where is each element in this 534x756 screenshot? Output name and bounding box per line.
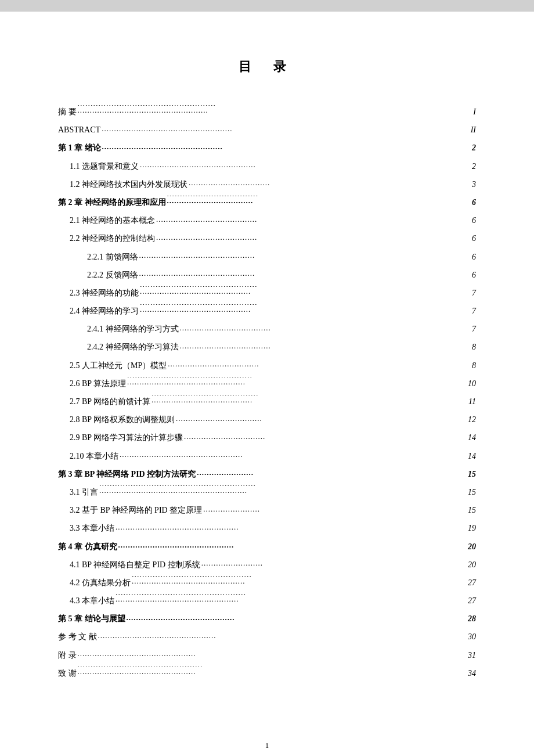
toc-page: 7 xyxy=(472,286,476,300)
toc-page: 15 xyxy=(468,503,476,517)
page: 目 录 摘 要·································… xyxy=(0,12,534,756)
toc-entry-ch2-2-2: 2.2.2 反馈网络······························… xyxy=(58,268,476,282)
toc-label: 2.3 神经网络的功能 xyxy=(70,286,139,300)
toc-dots: ········································… xyxy=(116,522,467,531)
toc-entry-abstract-en: ABSTRACT································… xyxy=(58,123,476,137)
toc-dots: ········································… xyxy=(98,631,467,640)
toc-label: 第 2 章 神经网络的原理和应用 xyxy=(58,195,166,210)
toc-dots: ····································· xyxy=(180,323,471,332)
toc-page: 6 xyxy=(472,213,476,228)
toc-label: ABSTRACT xyxy=(58,123,100,137)
toc-entry-ch5: 第 5 章 结论与展望·····························… xyxy=(58,611,476,626)
toc-dots: ········································… xyxy=(151,395,467,404)
page-footer: 1 xyxy=(0,741,534,750)
toc-entry-ch4-3: 4.3 本章小结································… xyxy=(58,593,476,608)
toc-entry-ch4-2: 4.2 仿真结果分析······························… xyxy=(58,575,476,590)
toc-entry-ch2: 第 2 章 神经网络的原理和应用························… xyxy=(58,195,476,210)
toc-label: 3.1 引言 xyxy=(70,485,98,499)
toc-dots: ········································… xyxy=(132,576,467,585)
toc-dots: ········································… xyxy=(102,142,471,151)
toc-page: 12 xyxy=(468,412,476,427)
toc-dots: ········································… xyxy=(99,485,467,495)
toc-dots: ········································… xyxy=(139,250,471,260)
toc-page: 2 xyxy=(472,159,476,174)
toc-entry-ch2-8: 2.8 BP 网络权系数的调整规则·······················… xyxy=(58,412,476,427)
toc-page: 8 xyxy=(472,340,476,354)
toc-label: 2.8 BP 网络权系数的调整规则 xyxy=(70,412,175,427)
toc-page: 11 xyxy=(468,394,476,409)
toc-page: 6 xyxy=(472,268,476,282)
toc-page: 30 xyxy=(468,629,476,644)
toc-dots: ········································… xyxy=(140,286,471,296)
toc-dots: ······················· xyxy=(203,504,467,513)
toc-label: 2.9 BP 网络学习算法的计算步骤 xyxy=(70,430,183,445)
page-title: 目 录 xyxy=(58,58,476,75)
toc-entry-ch2-9: 2.9 BP 网络学习算法的计算步骤······················… xyxy=(58,430,476,445)
toc-entry-ack: 致 谢·····································… xyxy=(58,666,476,681)
toc-label: 第 3 章 BP 神经网络 PID 控制方法研究 xyxy=(58,467,196,481)
toc-entry-ch2-7: 2.7 BP 网络的前馈计算··························… xyxy=(58,394,476,409)
toc-label: 参 考 文 献 xyxy=(58,629,97,644)
toc-page: I xyxy=(473,105,476,119)
toc-entry-ch2-3: 2.3 神经网络的功能·····························… xyxy=(58,286,476,300)
toc-page: 10 xyxy=(468,376,476,391)
toc-entry-ch3-2: 3.2 基于 BP 神经网络的 PID 整定原理················… xyxy=(58,503,476,517)
toc-container: 摘 要·····································… xyxy=(58,105,476,681)
toc-dots: ········································… xyxy=(127,377,467,386)
toc-label: 2.10 本章小结 xyxy=(70,449,118,463)
toc-page: 7 xyxy=(472,304,476,318)
toc-entry-ch2-10: 2.10 本章小结·······························… xyxy=(58,449,476,463)
toc-label: 2.4.2 神经网络的学习算法 xyxy=(87,340,179,354)
toc-dots: ········································… xyxy=(127,613,467,622)
toc-dots: ································· xyxy=(189,178,471,187)
toc-dots: ········································… xyxy=(116,594,467,603)
toc-entry-ch1-1: 1.1 选题背景和意义·····························… xyxy=(58,159,476,174)
toc-page: 15 xyxy=(468,485,476,499)
toc-page: 6 xyxy=(472,231,476,246)
toc-page: 31 xyxy=(468,648,476,663)
toc-label: 第 5 章 结论与展望 xyxy=(58,611,125,626)
toc-label: 2.2.1 前馈网络 xyxy=(87,250,138,264)
toc-entry-ch3-1: 3.1 引言··································… xyxy=(58,485,476,499)
toc-label: 第 4 章 仿真研究 xyxy=(58,539,117,554)
toc-entry-ch2-1: 2.1 神经网络的基本概念···························… xyxy=(58,213,476,228)
toc-page: 15 xyxy=(468,467,476,481)
toc-entry-ch2-4: 2.4 神经网络的学习·····························… xyxy=(58,304,476,318)
toc-page: 8 xyxy=(472,358,476,373)
toc-dots: ········································… xyxy=(78,649,467,658)
toc-dots: ········································… xyxy=(156,214,471,224)
toc-label: 2.6 BP 算法原理 xyxy=(70,376,126,391)
toc-page: 7 xyxy=(472,322,476,336)
toc-entry-ch2-2: 2.2 神经网络的控制结构···························… xyxy=(58,231,476,246)
toc-page: 27 xyxy=(468,593,476,608)
toc-entry-ch3: 第 3 章 BP 神经网络 PID 控制方法研究················… xyxy=(58,467,476,481)
toc-entry-ch2-5: 2.5 人工神经元（MP）模型·························… xyxy=(58,358,476,373)
toc-dots: ······················· xyxy=(197,467,467,477)
toc-label: 2.5 人工神经元（MP）模型 xyxy=(70,358,167,373)
toc-label: 2.1 神经网络的基本概念 xyxy=(70,213,155,228)
toc-entry-ch2-2-1: 2.2.1 前馈网络······························… xyxy=(58,250,476,264)
toc-label: 致 谢 xyxy=(58,666,77,681)
toc-label: 4.1 BP 神经网络自整定 PID 控制系统 xyxy=(70,557,200,572)
toc-dots: ········································… xyxy=(156,232,471,242)
toc-dots: ········································… xyxy=(140,160,471,169)
toc-page: 28 xyxy=(468,611,476,626)
toc-page: II xyxy=(471,123,476,137)
toc-entry-abstract-cn: 摘 要·····································… xyxy=(58,105,476,119)
toc-page: 20 xyxy=(468,557,476,572)
toc-entry-appendix: 附 录·····································… xyxy=(58,648,476,663)
toc-entry-ch4: 第 4 章 仿真研究······························… xyxy=(58,539,476,554)
toc-label: 3.2 基于 BP 神经网络的 PID 整定原理 xyxy=(70,503,202,517)
toc-page: 6 xyxy=(472,195,476,210)
toc-page: 14 xyxy=(468,449,476,463)
toc-dots: ········································… xyxy=(120,449,467,459)
toc-entry-ch1: 第 1 章 绪论································… xyxy=(58,141,476,155)
toc-label: 2.4.1 神经网络的学习方式 xyxy=(87,322,179,336)
toc-page: 19 xyxy=(468,521,476,535)
toc-label: 2.4 神经网络的学习 xyxy=(70,304,139,318)
toc-page: 34 xyxy=(468,666,476,681)
toc-page: 2 xyxy=(472,141,476,155)
toc-page: 6 xyxy=(472,250,476,264)
toc-dots: ········································… xyxy=(102,124,470,133)
toc-page: 3 xyxy=(472,177,476,192)
